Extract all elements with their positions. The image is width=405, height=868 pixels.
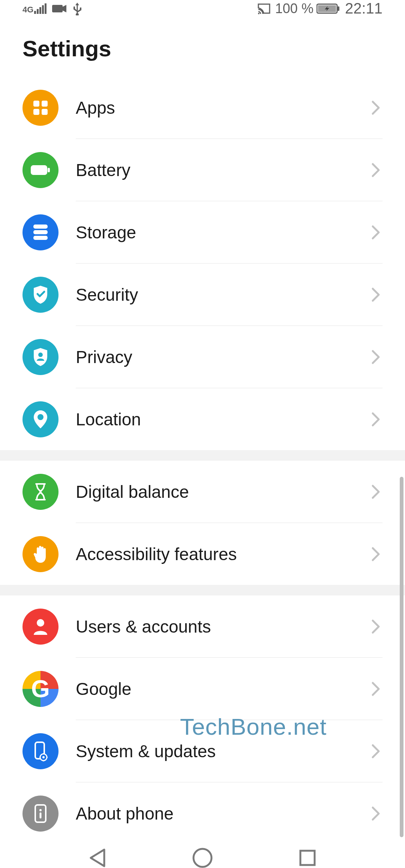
shield-check-icon [22, 277, 58, 313]
person-icon [22, 609, 58, 645]
nav-back-button[interactable] [84, 844, 111, 868]
svg-rect-11 [42, 101, 48, 107]
row-security-label: Security [58, 264, 371, 326]
svg-rect-3 [42, 5, 44, 14]
battery-percent-text: 100 % [275, 1, 314, 17]
phone-gear-icon [22, 733, 58, 769]
scrollbar-indicator [400, 477, 404, 837]
svg-point-31 [39, 809, 42, 811]
svg-text:G: G [31, 675, 50, 702]
status-left: 4G [22, 2, 82, 15]
chevron-right-icon [371, 547, 382, 562]
row-storage-label: Storage [58, 201, 371, 263]
svg-rect-4 [45, 3, 46, 14]
phone-info-icon [22, 796, 58, 832]
chevron-right-icon [371, 619, 382, 634]
chevron-right-icon [371, 163, 382, 178]
location-pin-icon [22, 401, 58, 437]
row-accessibility[interactable]: Accessibility features [0, 523, 405, 585]
row-google-label: Google [58, 658, 371, 720]
row-system-updates-label: System & updates [58, 720, 371, 782]
status-right: 100 % 22:11 [257, 0, 382, 17]
row-about-phone[interactable]: About phone [0, 782, 405, 844]
svg-point-6 [258, 13, 260, 14]
row-battery-label: Battery [58, 139, 371, 201]
row-users-accounts[interactable]: Users & accounts [0, 595, 405, 657]
chevron-right-icon [371, 412, 382, 427]
svg-rect-2 [39, 7, 41, 14]
chevron-right-icon [371, 100, 382, 115]
row-storage[interactable]: Storage [0, 201, 405, 263]
shield-person-icon [22, 339, 58, 375]
row-accessibility-label: Accessibility features [58, 523, 371, 585]
google-icon: G [22, 671, 58, 707]
chevron-right-icon [371, 744, 382, 759]
chevron-right-icon [371, 681, 382, 696]
settings-list: Apps Battery Storage Security [0, 77, 405, 844]
signal-bars-icon [34, 3, 47, 14]
svg-point-33 [194, 849, 212, 867]
hand-icon [22, 536, 58, 572]
video-icon [52, 4, 67, 14]
battery-charging-icon [316, 3, 340, 14]
cast-icon [257, 3, 271, 14]
usb-icon [72, 2, 82, 15]
row-apps[interactable]: Apps [0, 77, 405, 139]
hourglass-icon [22, 474, 58, 510]
svg-rect-14 [31, 165, 47, 175]
chevron-right-icon [371, 806, 382, 821]
svg-point-25 [42, 756, 45, 758]
svg-rect-32 [40, 812, 42, 818]
svg-point-20 [38, 414, 44, 420]
row-about-phone-label: About phone [58, 782, 371, 844]
svg-rect-8 [338, 6, 339, 11]
section-divider [0, 450, 405, 461]
row-system-updates[interactable]: System & updates [0, 720, 405, 782]
svg-rect-16 [33, 225, 48, 229]
page-title: Settings [0, 17, 405, 77]
section-divider [0, 585, 405, 595]
row-location-label: Location [58, 388, 371, 450]
chevron-right-icon [371, 484, 382, 499]
network-4g-label: 4G [22, 6, 33, 14]
svg-point-19 [38, 353, 43, 357]
row-privacy-label: Privacy [58, 326, 371, 388]
row-battery[interactable]: Battery [0, 139, 405, 201]
status-bar: 4G [0, 0, 405, 17]
row-google[interactable]: G Google [0, 658, 405, 720]
chevron-right-icon [371, 225, 382, 240]
row-security[interactable]: Security [0, 264, 405, 326]
svg-rect-12 [33, 109, 39, 115]
svg-rect-10 [33, 101, 39, 107]
svg-point-21 [37, 619, 44, 627]
apps-icon [22, 90, 58, 126]
clock-text: 22:11 [345, 0, 382, 17]
navigation-bar [0, 844, 405, 868]
row-apps-label: Apps [58, 77, 371, 139]
svg-rect-13 [42, 109, 48, 115]
storage-icon [22, 214, 58, 250]
row-location[interactable]: Location [0, 388, 405, 450]
row-digital-balance-label: Digital balance [58, 461, 371, 523]
svg-rect-34 [300, 851, 315, 865]
svg-rect-17 [33, 230, 48, 234]
chevron-right-icon [371, 287, 382, 302]
nav-recent-button[interactable] [294, 844, 321, 868]
row-digital-balance[interactable]: Digital balance [0, 461, 405, 523]
row-privacy[interactable]: Privacy [0, 326, 405, 388]
chevron-right-icon [371, 350, 382, 365]
battery-icon [22, 152, 58, 188]
nav-home-button[interactable] [189, 844, 216, 868]
svg-rect-0 [34, 11, 36, 14]
network-4g-icon: 4G [22, 3, 47, 14]
svg-rect-1 [37, 9, 39, 14]
svg-rect-15 [48, 168, 50, 172]
svg-rect-18 [33, 236, 48, 240]
row-users-accounts-label: Users & accounts [58, 595, 371, 657]
svg-rect-5 [52, 5, 63, 12]
